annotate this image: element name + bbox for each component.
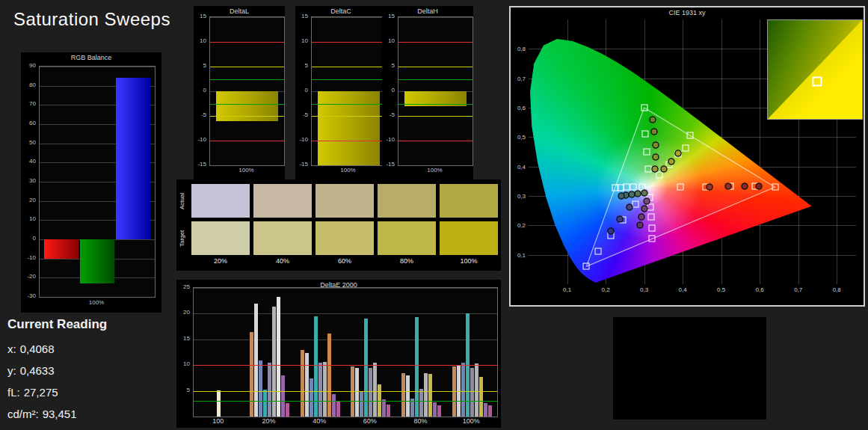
x-tick-label: 60% — [363, 417, 377, 425]
deltae-bar — [351, 366, 354, 417]
reading-cdm2: cd/m²:93,451 — [7, 403, 107, 425]
x-tick-label: 0,8 — [833, 286, 841, 293]
deltae-plot — [193, 287, 498, 417]
reference-line — [194, 401, 497, 402]
reference-line — [312, 42, 386, 43]
y-tick-label: 60 — [29, 120, 36, 126]
measured-marker — [627, 203, 633, 210]
deltae-bar — [461, 363, 465, 417]
target-marker — [583, 262, 590, 269]
target-marker — [595, 248, 602, 255]
gridline — [210, 17, 284, 18]
y-tick-label: 0 — [203, 87, 206, 93]
y-tick-label: -10 — [299, 137, 308, 143]
y-tick-label: 40 — [29, 159, 36, 165]
target-marker — [642, 131, 649, 138]
y-tick-label: 10 — [29, 216, 36, 222]
y-tick-label: 15 — [301, 13, 308, 19]
deltae-bar — [401, 373, 405, 417]
measured-marker — [725, 183, 732, 190]
deltae-ylabels: 252015105 — [176, 287, 192, 416]
y-tick-label: 5 — [392, 63, 395, 69]
target-swatch — [253, 221, 312, 255]
deltae-bar — [268, 363, 271, 417]
deltae-bar — [217, 390, 221, 417]
reading-x: x:0,4068 — [7, 338, 107, 360]
reference-line — [398, 42, 473, 43]
deltac-title: DeltaC — [295, 7, 387, 15]
deltae-bar — [470, 368, 474, 417]
deltae-bar — [310, 378, 313, 417]
gridline — [312, 165, 386, 166]
x-tick-label: 20% — [262, 417, 275, 425]
measured-marker — [661, 165, 668, 172]
x-tick-label: 100% — [463, 417, 480, 425]
deltae-bar — [336, 401, 340, 417]
y-tick-label: 70 — [29, 101, 36, 107]
reference-line — [398, 67, 473, 67]
reference-line — [210, 141, 284, 141]
x-tick-label: 0,7 — [794, 286, 802, 293]
measured-marker — [742, 183, 748, 190]
actual-swatch — [378, 184, 436, 218]
y-tick-label: 15 — [388, 13, 395, 19]
measured-marker — [636, 221, 643, 228]
deltae-bar — [281, 375, 285, 417]
cie-xlabels: 0,10,20,30,40,50,60,70,8 — [529, 286, 856, 295]
y-tick-label: -5 — [390, 112, 395, 118]
measured-marker — [651, 129, 658, 135]
deltae-bar — [250, 332, 253, 417]
page-title: Saturation Sweeps — [13, 9, 170, 30]
gridline — [398, 165, 473, 166]
rgb-bar-blue — [116, 78, 150, 239]
reference-line — [194, 391, 497, 392]
deltae-bar — [259, 360, 262, 417]
deltae-bar — [301, 350, 304, 417]
bar-group — [301, 288, 340, 417]
deltae-bar — [254, 304, 258, 417]
y-tick-label: -15 — [197, 162, 206, 168]
measured-marker — [652, 165, 659, 172]
target-marker — [677, 184, 684, 191]
target-row-label: Target — [179, 221, 188, 255]
y-tick-label: -15 — [299, 162, 308, 168]
y-tick-label: 30 — [29, 178, 36, 184]
gridline — [210, 165, 284, 166]
deltah-plot — [398, 16, 473, 166]
saturation-label: 20% — [214, 257, 227, 265]
y-tick-label: 80 — [29, 82, 36, 88]
deltah-title: DeltaH — [382, 7, 473, 15]
deltae-bar — [305, 353, 309, 417]
measured-marker — [675, 150, 682, 157]
reference-line — [210, 79, 284, 80]
y-tick-label: 50 — [29, 140, 36, 146]
deltal-title: DeltaL — [194, 7, 285, 15]
cie-ylabels: 0,10,20,30,40,50,60,70,8 — [512, 19, 527, 284]
saturation-sweeps-page: Saturation Sweeps RGB Balance 9080706050… — [0, 0, 868, 430]
deltae-bar — [488, 405, 492, 417]
cie-zoom-gamut-region — [768, 20, 862, 119]
y-tick-label: 15 — [183, 336, 190, 342]
y-tick-label: 90 — [29, 63, 36, 69]
x-tick-label: 80% — [413, 417, 427, 425]
y-tick-label: 0,3 — [517, 193, 526, 200]
target-swatch — [191, 221, 250, 255]
deltae-bar — [272, 307, 276, 417]
y-tick-label: 0,6 — [517, 105, 526, 111]
deltae-bar — [364, 319, 368, 417]
reference-line — [210, 104, 284, 105]
y-tick-label: 10 — [200, 38, 206, 44]
bar-group — [250, 288, 289, 417]
target-marker — [648, 225, 655, 232]
reference-line — [210, 67, 284, 67]
deltae-bar — [263, 390, 267, 417]
actual-swatch — [316, 184, 374, 218]
y-tick-label: 5 — [187, 387, 190, 393]
deltae-bar — [475, 363, 478, 417]
actual-row-label: Actual — [179, 184, 188, 218]
bar-group — [401, 288, 441, 417]
reference-line — [312, 116, 386, 117]
y-tick-label: -5 — [303, 112, 308, 118]
measured-marker — [652, 141, 659, 148]
deltah-chart: DeltaH 151050-5-10-15 100% — [382, 6, 473, 179]
